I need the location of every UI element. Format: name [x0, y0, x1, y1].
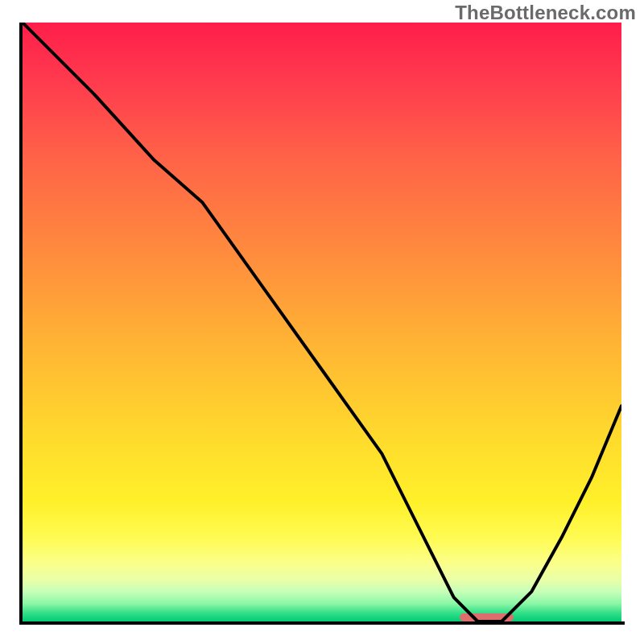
chart-frame: TheBottleneck.com	[0, 0, 644, 644]
bottleneck-curve	[23, 23, 621, 621]
x-axis-line	[19, 621, 625, 625]
plot-area	[23, 23, 621, 621]
watermark-text: TheBottleneck.com	[455, 2, 636, 24]
